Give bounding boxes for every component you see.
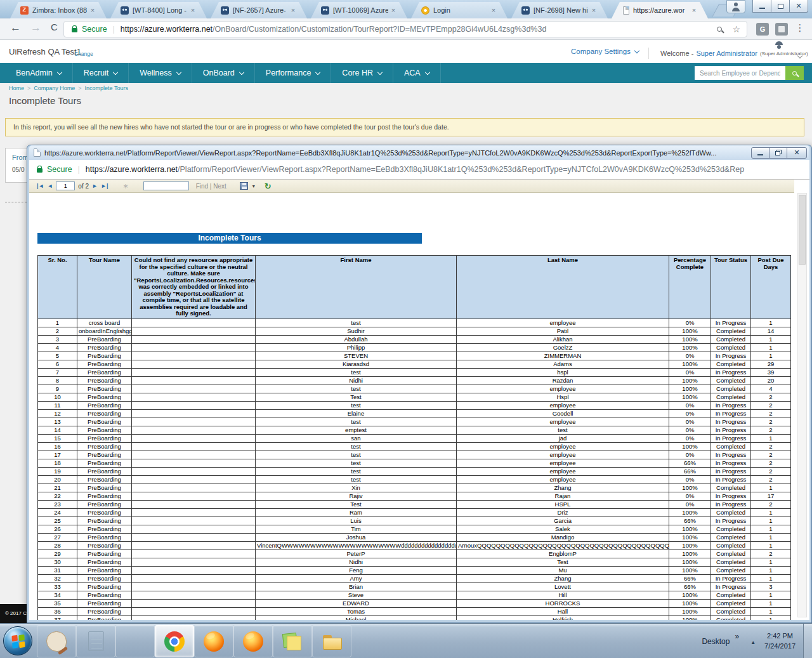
taskbar-app-firefox[interactable] — [233, 625, 273, 657]
breadcrumb-item[interactable]: Incomplete Tours — [85, 85, 128, 91]
taskbar-clock[interactable]: 2:42 PM 7/24/2017 — [764, 631, 796, 652]
taskbar-app-internet-explorer[interactable] — [115, 625, 155, 657]
table-cell: 22 — [38, 492, 77, 500]
browser-menu-icon[interactable]: ⋮ — [794, 22, 806, 34]
refresh-button[interactable]: C — [51, 22, 58, 32]
table-cell: Abdullah — [256, 335, 457, 343]
nav-item-core-hr[interactable]: Core HR — [331, 63, 393, 83]
next-page-button[interactable]: ► — [92, 183, 98, 189]
tab-close-icon[interactable]: × — [388, 6, 398, 14]
tab-close-icon[interactable]: × — [88, 6, 98, 14]
table-cell: PreBoarding — [77, 615, 132, 620]
browser-tab-4[interactable]: [WT-10069] Azure× — [311, 2, 407, 18]
taskbar-app-paint[interactable] — [37, 625, 76, 657]
taskbar-app-explorer[interactable] — [312, 625, 351, 657]
show-desktop-button[interactable] — [803, 624, 812, 658]
tab-close-icon[interactable]: × — [689, 6, 699, 14]
table-cell — [132, 467, 256, 475]
table-row: 24PreBoardingRamDriz100%Completed1 — [38, 508, 791, 517]
browser-tab-7[interactable]: https://azure.wor× — [612, 2, 708, 18]
taskbar-app-chrome[interactable] — [155, 625, 194, 657]
taskbar-app-notepad[interactable] — [76, 625, 115, 657]
search-button[interactable] — [785, 66, 804, 80]
table-cell — [132, 508, 256, 517]
breadcrumb-item[interactable]: Home — [9, 85, 24, 91]
page-number-input[interactable] — [56, 181, 75, 190]
popup-restore-button[interactable] — [769, 147, 787, 159]
window-minimize-button[interactable] — [752, 0, 771, 13]
address-bar[interactable]: Secure | https://azure.workterra.net /On… — [63, 21, 747, 37]
extension-icon[interactable] — [775, 23, 788, 36]
show-hidden-icons-button[interactable]: ▲ — [750, 640, 756, 645]
find-next-links[interactable]: Find | Next — [196, 183, 226, 190]
popup-close-button[interactable]: ✕ — [787, 147, 807, 159]
company-settings-menu[interactable]: Company Settings — [571, 48, 639, 55]
nav-item-benadmin[interactable]: BenAdmin — [5, 63, 73, 83]
popup-address-bar[interactable]: Secure | https://azure.workterra.net /Pl… — [29, 160, 809, 180]
table-cell: STEVEN — [256, 352, 457, 360]
taskbar-app-sticky-notes[interactable] — [273, 625, 312, 657]
taskbar-app-firefox[interactable] — [194, 625, 233, 657]
incomplete-tours-table: Sr. No.Tour NameCould not find any resou… — [37, 255, 791, 620]
export-icon[interactable] — [240, 182, 248, 190]
zoom-search-icon[interactable] — [717, 27, 722, 32]
toolbar-chevrons-icon[interactable]: » — [735, 632, 739, 641]
export-caret-icon[interactable]: ▾ — [252, 183, 255, 189]
browser-tab-1[interactable]: Zimbra: Inbox (88× — [10, 2, 107, 18]
find-text-input[interactable] — [143, 181, 189, 190]
column-header: Post Due Days — [751, 256, 791, 319]
table-cell: Test — [457, 558, 669, 566]
table-cell: 1 — [751, 335, 791, 343]
window-close-button[interactable]: ✕ — [789, 0, 808, 13]
change-company-link[interactable]: Change — [74, 51, 93, 57]
table-cell — [132, 500, 256, 508]
table-cell: PreBoarding — [77, 566, 132, 574]
table-cell: PreBoarding — [77, 599, 132, 607]
breadcrumb-item[interactable]: Company Home — [34, 85, 75, 91]
table-cell: 1 — [751, 533, 791, 541]
table-row: 20PreBoardingtestemployee0%In Progress2 — [38, 475, 791, 484]
report-scrollbar[interactable] — [797, 193, 807, 617]
table-cell: employee — [457, 385, 669, 393]
browser-tab-3[interactable]: [NF-2657] Azure-× — [211, 2, 307, 18]
tab-close-icon[interactable]: × — [488, 6, 499, 14]
extension-g-icon[interactable]: G — [756, 23, 769, 36]
table-cell: 27 — [38, 533, 77, 541]
nav-item-recruit[interactable]: Recruit — [73, 63, 129, 83]
window-maximize-button[interactable] — [771, 0, 790, 13]
back-button[interactable]: ← — [10, 22, 21, 34]
table-cell: PreBoarding — [77, 434, 132, 442]
browser-tab-2[interactable]: [WT-8400] Long -× — [110, 2, 207, 18]
start-button[interactable] — [3, 626, 32, 655]
table-cell: 4 — [751, 385, 791, 393]
last-page-button[interactable]: ►| — [101, 183, 108, 189]
nav-item-aca[interactable]: ACA — [393, 63, 441, 83]
table-cell: test — [256, 418, 457, 426]
table-cell: employee — [457, 442, 669, 451]
desktop-toolbar[interactable]: Desktop» — [702, 637, 739, 646]
employee-search-input[interactable] — [695, 66, 785, 80]
current-user-link[interactable]: Super Administrator — [696, 49, 757, 57]
table-cell: 2 — [751, 401, 791, 409]
popup-title-bar[interactable]: https://azure.workterra.net/Platform/Rep… — [29, 145, 809, 160]
nav-item-wellness[interactable]: Wellness — [129, 63, 192, 83]
table-cell: HSPL — [457, 500, 669, 508]
refresh-report-icon[interactable]: ↻ — [265, 181, 272, 191]
nav-item-performance[interactable]: Performance — [255, 63, 332, 83]
table-cell: 100% — [669, 533, 711, 541]
tab-close-icon[interactable]: × — [589, 6, 599, 14]
forward-button[interactable]: → — [30, 22, 41, 34]
user-menu-caret[interactable] — [798, 49, 802, 60]
popup-minimize-button[interactable] — [751, 147, 769, 159]
scrollbar-thumb[interactable] — [799, 195, 806, 265]
nav-item-onboard[interactable]: OnBoard — [192, 63, 255, 83]
bookmark-star-icon[interactable]: ☆ — [732, 24, 740, 34]
browser-tab-5[interactable]: Login× — [411, 2, 508, 18]
table-cell: 0% — [669, 475, 711, 484]
browser-profile-button[interactable] — [726, 0, 745, 13]
first-page-button[interactable]: |◄ — [37, 183, 44, 189]
prev-page-button[interactable]: ◄ — [47, 183, 53, 189]
tab-close-icon[interactable]: × — [288, 6, 298, 14]
browser-tab-6[interactable]: [NF-2698] New hi× — [511, 2, 608, 18]
tab-close-icon[interactable]: × — [188, 6, 198, 14]
